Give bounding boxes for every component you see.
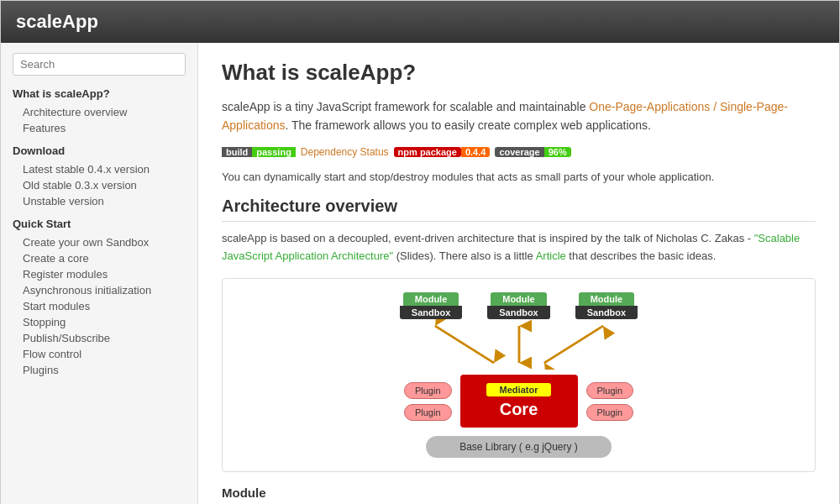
sidebar-item-latest-stable[interactable]: Latest stable 0.4.x version [13, 161, 186, 177]
sidebar-item-stopping[interactable]: Stopping [13, 314, 186, 330]
badges-row: build passing Dependency Status npm pack… [222, 144, 816, 160]
page-title: What is scaleApp? [222, 60, 816, 86]
plugin-left-1: Plugin [404, 382, 452, 399]
arch-description: scaleApp is based on a decoupled, event-… [222, 230, 816, 265]
arch-desc-3: that describes the basic ideas. [566, 249, 717, 262]
sidebar-item-start[interactable]: Start modules [13, 298, 186, 314]
arch-section-title: Architecture overview [222, 197, 816, 222]
sandbox-label-1: Sandbox [400, 306, 462, 319]
sidebar-item-pubsub[interactable]: Publish/Subscribe [13, 330, 186, 346]
layout: What is scaleApp? Architecture overview … [1, 43, 839, 504]
version-label: 0.4.4 [461, 147, 490, 157]
sidebar-item-register[interactable]: Register modules [13, 266, 186, 282]
passing-label: passing [252, 147, 296, 157]
npm-label: npm package [394, 147, 461, 157]
module-sandbox-2: Module Sandbox [487, 292, 549, 319]
sidebar-item-unstable[interactable]: Unstable version [13, 193, 186, 209]
svg-line-5 [544, 326, 603, 363]
intro-text-2: . The framework allows you to easily cre… [286, 118, 652, 132]
sidebar-section-what: What is scaleApp? [13, 87, 186, 100]
svg-line-1 [435, 326, 494, 363]
coverage-label: coverage [495, 147, 543, 157]
plugin-right-1: Plugin [586, 382, 634, 399]
sidebar-item-core[interactable]: Create a core [13, 250, 186, 266]
base-lib-row: Base Library ( e.g jQuery ) [426, 436, 612, 458]
coverage-badge: coverage 96% [495, 144, 570, 160]
arch-desc-2: (Slides). There also is a little [393, 249, 536, 262]
app-title: scaleApp [16, 11, 98, 32]
module-sandbox-1: Module Sandbox [400, 292, 462, 319]
sidebar-section-download: Download [13, 144, 186, 157]
build-label: build [222, 147, 252, 157]
arch-link-2[interactable]: Article [536, 249, 566, 262]
module-label-3: Module [579, 292, 635, 306]
intro-paragraph: scaleApp is a tiny JavaScript framework … [222, 97, 816, 135]
modules-row: Module Sandbox Module Sandbox Module San… [400, 292, 638, 319]
header: scaleApp [1, 1, 839, 43]
sidebar-item-flow[interactable]: Flow control [13, 346, 186, 362]
module-sandbox-3: Module Sandbox [575, 292, 638, 319]
middle-row: Plugin Plugin Mediator Core Plugin Plugi… [404, 375, 633, 428]
core-label: Core [500, 400, 538, 419]
sandbox-label-2: Sandbox [487, 306, 549, 319]
plugin-left-2: Plugin [404, 404, 452, 421]
plugins-left: Plugin Plugin [404, 382, 452, 421]
intro-text-1: scaleApp is a tiny JavaScript framework … [222, 100, 589, 113]
plugin-right-2: Plugin [586, 404, 634, 421]
arch-desc-1: scaleApp is based on a decoupled, event-… [222, 232, 754, 244]
npm-badge: npm package 0.4.4 [394, 144, 491, 160]
module-label-2: Module [491, 292, 547, 306]
module-section-title: Module [222, 486, 816, 500]
architecture-diagram: Module Sandbox Module Sandbox Module San… [222, 278, 816, 472]
main-content: What is scaleApp? scaleApp is a tiny Jav… [198, 43, 839, 504]
sidebar-item-architecture-overview[interactable]: Architecture overview [13, 104, 186, 120]
plugins-right: Plugin Plugin [586, 382, 634, 421]
arrows-svg [376, 319, 662, 370]
sidebar-item-features[interactable]: Features [13, 120, 186, 136]
build-badge: build passing [222, 144, 296, 160]
sidebar-item-old-stable[interactable]: Old stable 0.3.x version [13, 177, 186, 193]
mediator-label: Mediator [486, 383, 552, 396]
you-can-text: You can dynamically start and stop/destr… [222, 171, 816, 183]
search-input[interactable] [13, 53, 186, 76]
coverage-pct: 96% [544, 147, 571, 157]
dep-status-label: Dependency Status [301, 146, 389, 158]
sidebar: What is scaleApp? Architecture overview … [1, 43, 198, 504]
core-mediator-box: Mediator Core [460, 375, 578, 428]
sidebar-item-async[interactable]: Asynchronous initialization [13, 282, 186, 298]
sandbox-label-3: Sandbox [575, 306, 638, 319]
module-label-1: Module [403, 292, 459, 306]
sidebar-section-quickstart: Quick Start [13, 218, 186, 230]
sidebar-item-plugins[interactable]: Plugins [13, 362, 186, 378]
sidebar-item-sandbox[interactable]: Create your own Sandbox [13, 234, 186, 250]
base-lib-box: Base Library ( e.g jQuery ) [426, 436, 612, 458]
